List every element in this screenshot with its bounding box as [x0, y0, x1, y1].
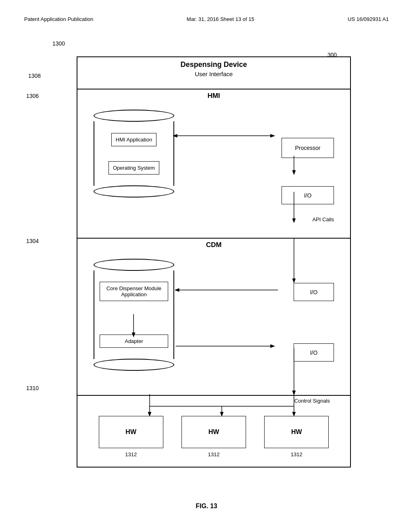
cdm-cylinder-bottom — [94, 359, 174, 371]
label-1310: 1310 — [26, 385, 39, 391]
processor-label: Processor — [295, 145, 320, 151]
page-header: Patent Application Publication Mar. 31, … — [24, 16, 389, 22]
io-box-hmi: I/O — [282, 186, 334, 204]
hw-box-1: HW — [99, 416, 163, 448]
api-calls-label: API Calls — [313, 216, 334, 222]
outer-box: Despensing Device User Interface HMI HMI… — [77, 56, 351, 468]
cdm-cylinder-body: Core Dispenser Module Application Adapte… — [94, 270, 174, 359]
page: Patent Application Publication Mar. 31, … — [0, 0, 413, 532]
io-cdm1-label: I/O — [310, 289, 318, 295]
cdm-section: CDM Core Dispenser Module Application Ad… — [77, 239, 350, 396]
hmi-cylinder-body: HMI Application Operating System — [94, 121, 174, 186]
user-interface-section: Despensing Device User Interface — [77, 57, 350, 89]
io-hmi-label: I/O — [304, 192, 312, 199]
cdm-title: CDM — [77, 241, 350, 249]
io-box-cdm1: I/O — [294, 283, 334, 301]
hw-box-3: HW — [264, 416, 329, 448]
hw-box-2: HW — [181, 416, 246, 448]
hmi-cylinder: HMI Application Operating System — [94, 110, 174, 197]
io-box-cdm2: I/O — [294, 343, 334, 362]
diagram: 1300 300 1306 1308 1304 1310 Despensing … — [52, 40, 359, 492]
hmi-application-box: HMI Application — [111, 133, 156, 146]
label-1308: 1308 — [28, 73, 41, 79]
operating-system-box: Operating System — [108, 161, 159, 175]
header-right: US 16/092931 A1 — [348, 16, 389, 22]
core-dispenser-module-box: Core Dispenser Module Application — [100, 282, 168, 301]
hmi-title: HMI — [77, 92, 350, 100]
hw2-label: 1312 — [208, 451, 220, 457]
adapter-box: Adapter — [100, 335, 168, 348]
cdm-cylinder: Core Dispenser Module Application Adapte… — [94, 259, 174, 371]
io-cdm2-label: I/O — [310, 349, 318, 356]
hmi-cylinder-bottom — [94, 185, 174, 197]
hmi-section: HMI HMI Application Operating System Pro… — [77, 89, 350, 239]
processor-box: Processor — [282, 138, 334, 158]
hw3-label: 1312 — [291, 451, 302, 457]
fig-label: FIG. 13 — [196, 503, 217, 510]
user-interface-text: User Interface — [77, 71, 350, 77]
cdm-cylinder-top — [94, 259, 174, 271]
header-left: Patent Application Publication — [24, 16, 93, 22]
despensing-device-title: Despensing Device — [77, 60, 350, 69]
hmi-cylinder-top — [94, 110, 174, 122]
hw-row: HW 1312 HW 1312 HW 1312 — [77, 416, 350, 448]
control-signals-label: Control Signals — [294, 398, 330, 404]
header-center: Mar. 31, 2016 Sheet 13 of 15 — [187, 16, 254, 22]
label-1306: 1306 — [26, 93, 39, 99]
hw1-label: 1312 — [125, 451, 137, 457]
label-1300: 1300 — [52, 40, 65, 47]
label-1304: 1304 — [26, 238, 39, 244]
